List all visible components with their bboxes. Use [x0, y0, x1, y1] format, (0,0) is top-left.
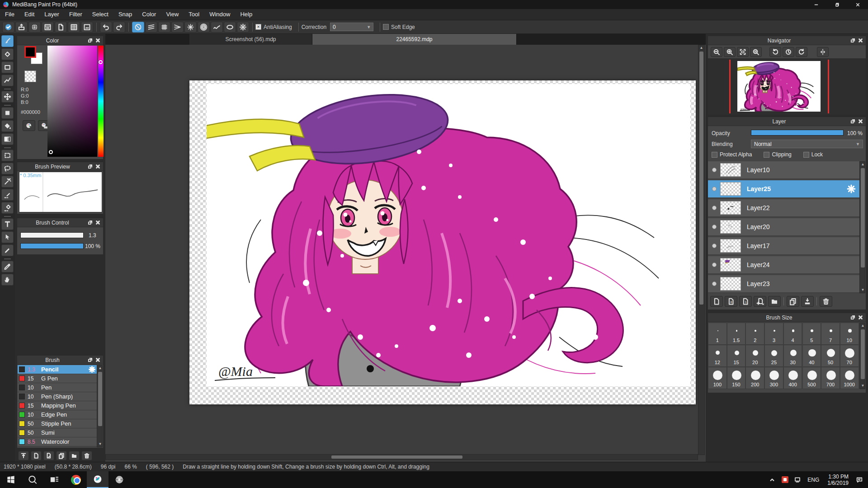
layer-opacity-slider[interactable] [751, 130, 844, 136]
layer-visibility-icon[interactable] [712, 244, 717, 248]
zoom-in-button[interactable] [724, 47, 736, 57]
brush-size-cell[interactable]: 12 [708, 345, 727, 367]
brush-size-cell[interactable]: 200 [745, 367, 764, 389]
new-page-layer-button[interactable] [710, 296, 723, 307]
brush-item[interactable]: 15Mapping Pen [18, 401, 97, 410]
medibang-taskbar-icon[interactable] [87, 471, 108, 488]
flip-h-button[interactable] [817, 47, 829, 57]
brush-item[interactable]: 10Pen [18, 383, 97, 392]
snap-concentric-button[interactable] [198, 22, 210, 33]
divide-tool[interactable] [1, 244, 14, 256]
menu-item-snap[interactable]: Snap [113, 9, 137, 20]
popout-icon[interactable] [87, 38, 93, 43]
sphere-button[interactable] [28, 22, 41, 33]
snap-radial-button[interactable] [184, 22, 197, 33]
magic-wand-tool[interactable] [1, 176, 14, 188]
canvas-horizontal-scrollbar[interactable] [105, 454, 698, 460]
eyedropper-tool[interactable] [1, 261, 14, 272]
scroll-thumb[interactable] [98, 372, 102, 426]
brush-size-cell[interactable]: 150 [727, 367, 746, 389]
gear-button[interactable] [237, 22, 249, 33]
layer-row[interactable]: Layer25 [708, 180, 860, 198]
brush-tool[interactable] [1, 35, 14, 47]
brush-size-cell[interactable]: 1 [708, 323, 727, 345]
scroll-down-icon[interactable]: ▼ [97, 441, 103, 447]
scroll-up-icon[interactable]: ▲ [698, 45, 704, 51]
saturation-value-picker[interactable] [47, 46, 97, 157]
brush-item[interactable]: 50Stipple Pen [18, 419, 97, 428]
snap-ellipse-button[interactable] [224, 22, 236, 33]
layer-row[interactable]: Layer24 [708, 256, 860, 274]
scroll-up-icon[interactable]: ▲ [97, 366, 103, 371]
popout-icon[interactable] [850, 314, 856, 320]
brush-size-slider[interactable] [20, 232, 84, 238]
brush-size-cell[interactable]: 100 [708, 367, 727, 389]
scroll-up-icon[interactable]: ▲ [860, 323, 866, 328]
brush-size-cell[interactable]: 2 [745, 323, 764, 345]
move-tool[interactable] [1, 91, 14, 103]
brush-list-scrollbar[interactable]: ▲ ▼ [97, 365, 103, 447]
snap-parallel-button[interactable] [145, 22, 157, 33]
brush-size-cell[interactable]: 4 [783, 323, 802, 345]
select-pen-tool[interactable] [1, 189, 14, 201]
hue-indicator[interactable] [99, 60, 103, 64]
close-icon[interactable] [858, 38, 863, 43]
menu-item-help[interactable]: Help [235, 9, 257, 20]
navigator-viewport[interactable]: @Mia [708, 58, 866, 115]
brush-size-cell[interactable]: 400 [783, 367, 802, 389]
task-view-taskbar-icon[interactable] [43, 471, 65, 488]
language-indicator[interactable]: ENG [807, 477, 819, 483]
brush-size-cell[interactable]: 15 [727, 345, 746, 367]
scroll-up-icon[interactable]: ▲ [860, 162, 866, 167]
restore-button[interactable] [826, 0, 847, 9]
scroll-down-icon[interactable]: ▼ [860, 383, 866, 389]
tray-icon-light[interactable] [793, 474, 802, 485]
material-window-button[interactable] [81, 22, 93, 33]
polyline-tool[interactable] [1, 75, 14, 86]
fit-window-button[interactable] [737, 47, 749, 57]
brush-size-cell[interactable]: 50 [821, 345, 840, 367]
popout-icon[interactable] [87, 220, 93, 225]
antialiasing-checkbox[interactable]: × [255, 24, 261, 30]
page-add-layer-button[interactable] [754, 296, 766, 307]
protect-alpha-checkbox[interactable]: Protect Alpha [712, 151, 752, 158]
search-taskbar-icon[interactable] [22, 471, 43, 488]
zoom-out-button[interactable] [711, 47, 722, 57]
gradient-tool[interactable] [1, 133, 14, 145]
layer-row[interactable]: Layer23 [708, 275, 860, 293]
popout-icon[interactable] [87, 357, 93, 363]
snap-vanish-button[interactable] [171, 22, 184, 33]
layer-visibility-icon[interactable] [712, 263, 717, 267]
trash-layer-button[interactable] [820, 296, 832, 307]
snap-curve-button[interactable] [211, 22, 223, 33]
correction-dropdown[interactable]: 0 ▼ [330, 23, 373, 31]
brush-size-cell[interactable]: 300 [764, 367, 783, 389]
menu-item-tool[interactable]: Tool [184, 9, 204, 20]
brush-size-cell[interactable]: 1000 [840, 367, 859, 389]
scroll-down-icon[interactable]: ▼ [860, 287, 866, 293]
popout-icon[interactable] [87, 164, 93, 169]
brush-item[interactable]: 10Edge Pen [18, 410, 97, 419]
brush-size-cell[interactable]: 3 [764, 323, 783, 345]
action-center-icon[interactable] [854, 474, 864, 485]
import-box-button[interactable] [15, 22, 28, 33]
edit-page-button[interactable] [43, 451, 54, 460]
palette-button[interactable] [23, 120, 35, 131]
canvas-vertical-scrollbar[interactable]: ▲ [698, 45, 705, 455]
close-icon[interactable] [95, 164, 101, 169]
layer-visibility-icon[interactable] [712, 225, 717, 229]
brush-size-cell[interactable]: 70 [840, 345, 859, 367]
layer-visibility-icon[interactable] [712, 187, 717, 191]
brush-size-cell[interactable]: 25 [764, 345, 783, 367]
transparent-color-swatch[interactable] [24, 70, 36, 82]
snap-off-button[interactable] [132, 22, 144, 33]
hand-tool[interactable] [1, 274, 14, 286]
brush-item[interactable]: 15G Pen [18, 374, 97, 383]
grid-window-button[interactable] [68, 22, 80, 33]
menu-item-layer[interactable]: Layer [39, 9, 64, 20]
brush-size-cell[interactable]: 30 [783, 345, 802, 367]
page-8-layer-button[interactable]: 8 [725, 296, 737, 307]
layer-visibility-icon[interactable] [712, 168, 717, 172]
brush-size-cell[interactable]: 700 [821, 367, 840, 389]
menu-item-edit[interactable]: Edit [19, 9, 39, 20]
